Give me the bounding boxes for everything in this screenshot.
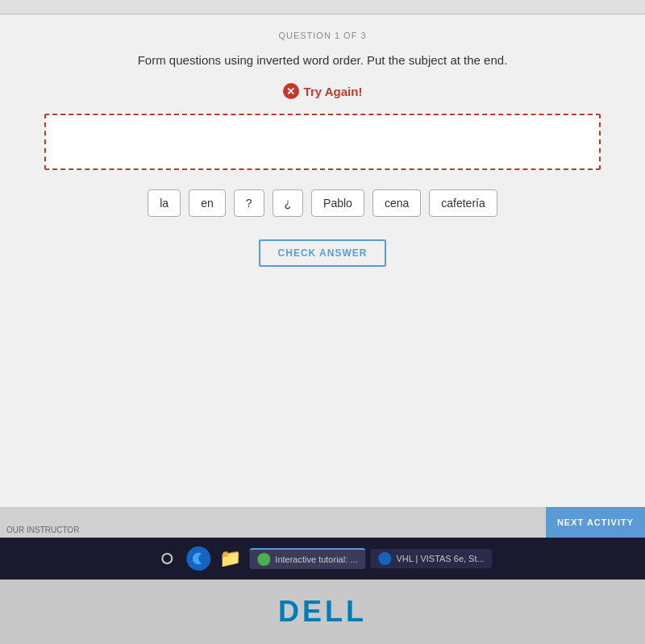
word-tile-inverted-question[interactable]: ¿	[273, 189, 304, 217]
word-tiles-container: la en ? ¿ Pablo cena cafetería	[148, 189, 497, 217]
windows-search-circle[interactable]	[152, 544, 181, 573]
try-again-label: Try Again!	[304, 85, 363, 98]
file-explorer-icon[interactable]: 📁	[215, 544, 244, 573]
edge-browser-icon[interactable]	[186, 546, 210, 571]
instruction-text: Form questions using inverted word order…	[138, 53, 508, 67]
tab-label-interactive: Interactive tutorial: ...	[275, 555, 357, 564]
browser-top-bar	[0, 0, 645, 15]
tab-icon-blue	[378, 552, 391, 565]
question-counter: QUESTION 1 OF 3	[278, 31, 366, 40]
search-circle-icon	[161, 553, 173, 564]
taskbar: 📁 Interactive tutorial: ... VHL | VISTAS…	[0, 538, 645, 580]
folder-icon: 📁	[219, 548, 241, 569]
bottom-strip: OUR INSTRUCTOR NEXT ACTIVITY	[0, 507, 645, 538]
try-again-message: ✕ Try Again!	[283, 83, 363, 99]
word-tile-en[interactable]: en	[189, 189, 226, 217]
next-activity-button[interactable]: NEXT ACTIVITY	[546, 507, 645, 538]
word-tile-pablo[interactable]: Pablo	[311, 189, 364, 217]
answer-drop-zone[interactable]	[44, 114, 601, 170]
exercise-area: QUESTION 1 OF 3 Form questions using inv…	[0, 15, 645, 507]
dell-logo: DELL	[278, 595, 367, 629]
dell-logo-bar: DELL	[0, 580, 645, 644]
try-again-icon: ✕	[283, 83, 299, 99]
taskbar-tab-vhl[interactable]: VHL | VISTAS 6e, St...	[370, 549, 492, 568]
word-tile-cafeteria[interactable]: cafetería	[429, 189, 497, 217]
taskbar-items: 📁 Interactive tutorial: ... VHL | VISTAS…	[152, 544, 492, 573]
word-tile-cena[interactable]: cena	[372, 189, 421, 217]
word-tile-question-mark[interactable]: ?	[234, 189, 264, 217]
check-answer-button[interactable]: CHECK ANSWER	[259, 239, 387, 267]
tab-icon-green	[257, 553, 270, 566]
tab-label-vhl: VHL | VISTAS 6e, St...	[396, 554, 484, 563]
taskbar-tab-interactive[interactable]: Interactive tutorial: ...	[249, 548, 365, 569]
our-instructor-label: OUR INSTRUCTOR	[0, 522, 85, 538]
word-tile-la[interactable]: la	[148, 189, 181, 217]
